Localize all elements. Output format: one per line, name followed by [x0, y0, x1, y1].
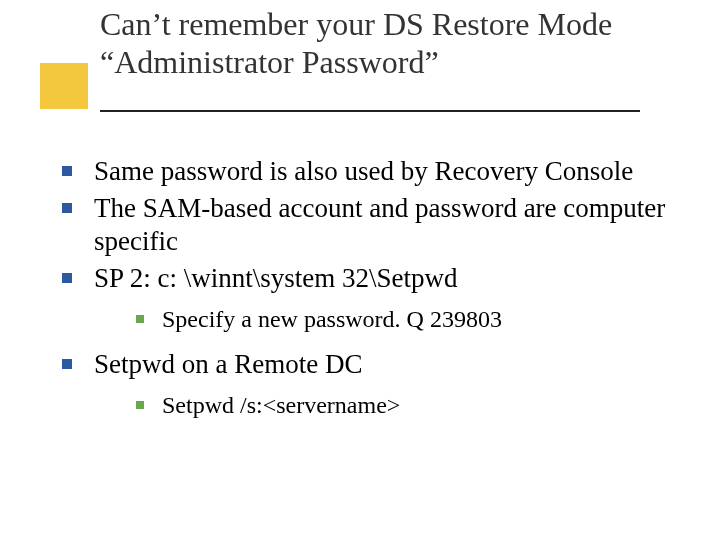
slide-title: Can’t remember your DS Restore Mode “Adm…	[100, 5, 680, 82]
title-underline	[100, 110, 640, 112]
bullet-item: Setpwd on a Remote DC Setpwd /s:<servern…	[58, 348, 668, 420]
accent-block	[40, 63, 88, 109]
sub-bullet-text: Setpwd /s:<servername>	[162, 392, 400, 418]
bullet-item: The SAM-based account and password are c…	[58, 192, 668, 258]
sub-bullet-item: Setpwd /s:<servername>	[132, 391, 668, 420]
bullet-item: SP 2: c: \winnt\system 32\Setpwd Specify…	[58, 262, 668, 334]
bullet-text: Same password is also used by Recovery C…	[94, 156, 633, 186]
slide-body: Same password is also used by Recovery C…	[58, 155, 668, 434]
sub-bullet-list: Specify a new password. Q 239803	[94, 305, 668, 334]
bullet-text: Setpwd on a Remote DC	[94, 349, 362, 379]
bullet-list: Same password is also used by Recovery C…	[58, 155, 668, 420]
bullet-text: SP 2: c: \winnt\system 32\Setpwd	[94, 263, 458, 293]
bullet-text: The SAM-based account and password are c…	[94, 193, 665, 256]
sub-bullet-list: Setpwd /s:<servername>	[94, 391, 668, 420]
bullet-item: Same password is also used by Recovery C…	[58, 155, 668, 188]
sub-bullet-item: Specify a new password. Q 239803	[132, 305, 668, 334]
slide: Can’t remember your DS Restore Mode “Adm…	[0, 0, 720, 540]
sub-bullet-text: Specify a new password. Q 239803	[162, 306, 502, 332]
